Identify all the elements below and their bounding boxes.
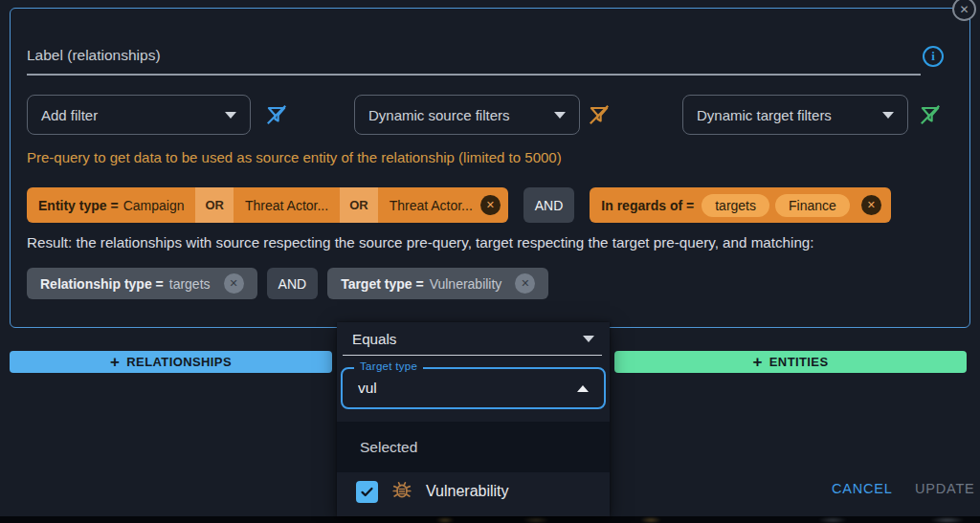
selected-group-header: Selected [337,422,610,472]
filter-key: Relationship type = [40,276,164,292]
prequery-heading: Pre-query to get data to be used as sour… [27,149,562,165]
and-operator-chip[interactable]: AND [267,268,319,299]
clear-source-filters-icon[interactable] [264,102,289,127]
clear-dynamic-target-filters-icon[interactable] [918,102,943,127]
label-field-underline [27,74,921,76]
or-operator[interactable]: OR [195,187,234,223]
or-operator[interactable]: OR [340,187,378,223]
relationship-type-filter-chip[interactable]: Relationship type = targets ✕ [27,268,257,299]
update-button[interactable]: UPDATE [915,481,975,496]
filter-edit-popover: Equals Target type Selected Vulnerabilit… [337,322,610,516]
option-vulnerability[interactable]: Vulnerability [337,472,610,511]
plus-icon: + [752,354,762,370]
relationship-filters: Relationship type = targets ✕ AND Target… [27,268,548,299]
chevron-down-icon [882,112,894,119]
filter-value-pill[interactable]: targets [702,194,769,217]
checkbox-checked[interactable] [356,481,378,503]
result-description: Result: the relationships with source re… [27,234,814,251]
source-prequery-filters: Entity type = Campaign OR Threat Actor..… [27,187,891,223]
dynamic-source-filters-select[interactable]: Dynamic source filters [354,95,580,135]
filter-key: Entity type = [38,198,119,213]
filter-key: In regards of = [601,198,694,213]
close-icon[interactable]: ✕ [952,0,976,21]
target-type-combobox[interactable]: Target type [341,367,606,409]
chevron-down-icon [225,112,236,119]
and-operator-chip[interactable]: AND [523,187,575,223]
relationships-widget-config: ✕ Label (relationships) i Add filter Dyn… [0,0,980,523]
entity-type-filter-chip[interactable]: Entity type = Campaign OR Threat Actor..… [27,187,508,223]
target-type-input[interactable] [358,380,540,397]
filter-value: Campaign [123,198,185,213]
target-type-filter-chip[interactable]: Target type = Vulnerability ✕ [327,268,548,299]
remove-filter-icon[interactable]: ✕ [224,273,244,294]
remove-filter-icon[interactable]: ✕ [480,195,501,215]
add-entities-button[interactable]: + ENTITIES [614,351,967,373]
operator-select[interactable]: Equals [352,331,594,347]
option-label: Vulnerability [426,483,509,500]
clear-dynamic-source-filters-icon[interactable] [587,102,612,127]
vulnerability-bug-icon [390,478,413,505]
remove-filter-icon[interactable]: ✕ [861,195,881,215]
label-field[interactable]: Label (relationships) [27,47,161,64]
filter-value: Vulnerability [430,276,502,292]
plus-icon: + [110,354,120,370]
chevron-down-icon [554,112,566,119]
filter-key: Target type = [341,276,424,292]
add-filter-select[interactable]: Add filter [27,95,251,135]
filter-value: Threat Actor... [234,187,340,223]
filter-value: Threat Actor... [378,187,477,223]
info-icon[interactable]: i [923,46,944,67]
cancel-button[interactable]: CANCEL [832,481,893,496]
operator-underline [343,355,602,356]
field-label: Target type [354,360,423,372]
chevron-down-icon [583,336,594,342]
add-relationships-button[interactable]: + RELATIONSHIPS [10,351,332,373]
filter-value: targets [169,276,211,292]
dynamic-target-filters-select[interactable]: Dynamic target filters [682,95,908,135]
remove-filter-icon[interactable]: ✕ [515,273,535,294]
chevron-up-icon[interactable] [577,385,589,392]
in-regards-of-filter-chip[interactable]: In regards of = targets Finance ✕ [590,187,890,223]
filter-value-pill[interactable]: Finance [775,194,850,217]
background-page-strip [0,516,980,523]
